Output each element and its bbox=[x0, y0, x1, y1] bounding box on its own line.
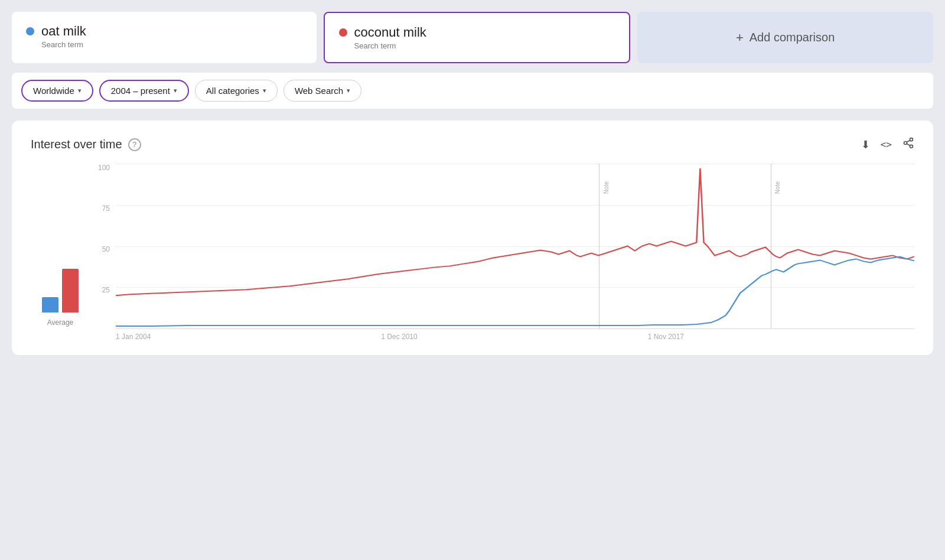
avg-bars bbox=[42, 242, 79, 312]
svg-line-4 bbox=[907, 140, 910, 142]
avg-bar-oat-milk bbox=[42, 297, 58, 312]
svg-line-3 bbox=[907, 144, 910, 145]
x-label-2004: 1 Jan 2004 bbox=[116, 333, 151, 341]
date-chevron-icon: ▾ bbox=[174, 87, 177, 95]
interest-over-time-card: Interest over time ? ⬇ <> Average bbox=[12, 121, 933, 355]
categories-filter[interactable]: All categories ▾ bbox=[195, 80, 278, 102]
coconut-milk-subtitle: Search term bbox=[354, 41, 426, 50]
y-label-100: 100 bbox=[90, 164, 113, 172]
worldwide-chevron-icon: ▾ bbox=[78, 87, 82, 95]
svg-point-0 bbox=[910, 138, 913, 141]
date-range-label: 2004 – present bbox=[111, 86, 170, 96]
oat-milk-line bbox=[116, 256, 914, 326]
chart-area: 100 75 50 25 Note Note bbox=[90, 164, 914, 341]
y-label-75: 75 bbox=[90, 204, 113, 213]
add-comparison-button[interactable]: + Add comparison bbox=[637, 12, 933, 63]
worldwide-filter[interactable]: Worldwide ▾ bbox=[21, 80, 93, 102]
filters-row: Worldwide ▾ 2004 – present ▾ All categor… bbox=[12, 73, 933, 109]
svg-point-1 bbox=[904, 142, 907, 145]
search-term-oat-milk[interactable]: oat milk Search term bbox=[12, 12, 317, 63]
categories-label: All categories bbox=[206, 86, 259, 96]
x-label-2010: 1 Dec 2010 bbox=[381, 333, 417, 341]
avg-bar-coconut-milk bbox=[62, 269, 79, 312]
chart-plot: Note Note bbox=[116, 164, 914, 329]
search-type-filter[interactable]: Web Search ▾ bbox=[284, 80, 361, 102]
coconut-milk-title: coconut milk bbox=[354, 25, 426, 40]
share-icon[interactable] bbox=[902, 137, 914, 152]
categories-chevron-icon: ▾ bbox=[263, 87, 266, 95]
chart-body: Average 100 75 50 25 Note bbox=[31, 164, 914, 341]
coconut-milk-line bbox=[116, 168, 914, 295]
x-label-2017: 1 Nov 2017 bbox=[648, 333, 684, 341]
coconut-milk-content: coconut milk Search term bbox=[354, 25, 426, 50]
chart-svg bbox=[116, 164, 914, 328]
help-icon[interactable]: ? bbox=[128, 138, 141, 151]
y-axis: 100 75 50 25 bbox=[90, 164, 113, 327]
download-icon[interactable]: ⬇ bbox=[861, 138, 870, 151]
oat-milk-content: oat milk Search term bbox=[41, 24, 86, 49]
search-term-coconut-milk[interactable]: coconut milk Search term bbox=[324, 12, 631, 63]
avg-label: Average bbox=[47, 318, 73, 327]
coconut-milk-dot bbox=[339, 28, 347, 37]
worldwide-label: Worldwide bbox=[33, 86, 74, 96]
search-type-label: Web Search bbox=[295, 86, 343, 96]
oat-milk-title: oat milk bbox=[41, 24, 86, 39]
chart-title: Interest over time bbox=[31, 138, 122, 151]
svg-point-2 bbox=[910, 145, 913, 148]
y-label-50: 50 bbox=[90, 245, 113, 253]
chart-actions: ⬇ <> bbox=[861, 137, 914, 152]
embed-icon[interactable]: <> bbox=[881, 139, 892, 150]
search-terms-row: oat milk Search term coconut milk Search… bbox=[12, 12, 933, 63]
x-axis: 1 Jan 2004 1 Dec 2010 1 Nov 2017 bbox=[116, 333, 914, 341]
add-comparison-label: Add comparison bbox=[750, 31, 835, 44]
chart-title-area: Interest over time ? bbox=[31, 138, 141, 151]
search-type-chevron-icon: ▾ bbox=[347, 87, 350, 95]
date-range-filter[interactable]: 2004 – present ▾ bbox=[99, 80, 189, 102]
oat-milk-dot bbox=[26, 27, 34, 35]
oat-milk-subtitle: Search term bbox=[41, 40, 86, 49]
y-label-25: 25 bbox=[90, 286, 113, 294]
chart-header: Interest over time ? ⬇ <> bbox=[31, 137, 914, 152]
plus-icon: + bbox=[736, 30, 744, 45]
average-bars-section: Average bbox=[31, 164, 90, 341]
